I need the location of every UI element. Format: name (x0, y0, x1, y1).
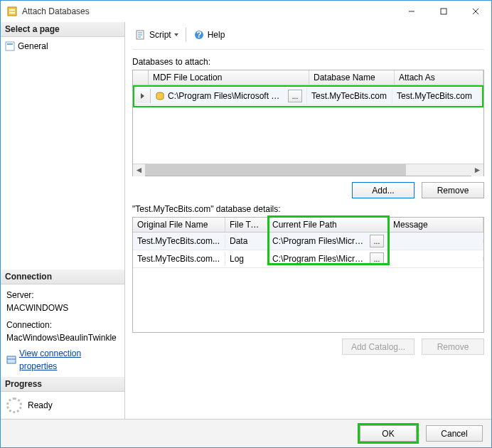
script-button[interactable]: Script (132, 28, 181, 42)
original-file-name-cell: Test.MyTecBits.com... (133, 252, 225, 266)
titlebar[interactable]: Attach Databases (1, 1, 491, 22)
select-page-header: Select a page (1, 22, 124, 37)
grid-corner (133, 70, 149, 85)
database-name-cell[interactable]: Test.MyTecBits.com (307, 89, 392, 103)
svg-rect-8 (7, 43, 13, 45)
original-file-name-cell: Test.MyTecBits.com... (133, 234, 225, 248)
databases-grid: MDF File Location Database Name Attach A… (132, 70, 484, 176)
attach-databases-window: Attach Databases Select a page General C… (0, 0, 492, 448)
col-file-type[interactable]: File Type (225, 218, 268, 232)
progress-status: Ready (28, 400, 53, 410)
ok-highlight: OK (358, 423, 419, 444)
mdf-path-cell: C:\Program Files\Microsoft SQL Ser... (168, 91, 285, 101)
svg-rect-4 (441, 9, 446, 14)
ok-label: OK (382, 429, 394, 439)
close-button[interactable] (459, 1, 491, 22)
details-row[interactable]: Test.MyTecBits.com... Data C:\Program Fi… (133, 233, 483, 250)
message-cell (389, 239, 483, 243)
col-attach-as[interactable]: Attach As (395, 70, 483, 85)
cancel-button[interactable]: Cancel (426, 425, 483, 442)
scroll-right-icon[interactable]: ► (471, 164, 483, 176)
server-label: Server: (6, 289, 119, 302)
grid-hscrollbar[interactable]: ◄ ► (133, 164, 483, 176)
row-indicator (135, 89, 151, 103)
browse-mdf-button[interactable]: ... (288, 90, 302, 102)
message-cell (389, 257, 483, 261)
progress-spinner-icon (6, 398, 22, 413)
svg-rect-2 (9, 12, 15, 14)
col-mdf-location[interactable]: MDF File Location (149, 70, 309, 85)
remove-detail-button: Remove (422, 338, 484, 355)
svg-text:?: ? (196, 30, 201, 40)
dialog-footer: OK Cancel (1, 419, 491, 447)
server-value: MACWINDOWS (6, 302, 119, 314)
databases-to-attach-label: Databases to attach: (132, 57, 484, 67)
view-connection-properties-text: View connection properties (19, 347, 119, 373)
database-row[interactable]: C:\Program Files\Microsoft SQL Ser... ..… (135, 87, 481, 105)
remove-button-label: Remove (437, 186, 469, 196)
current-file-path-cell: C:\Program Files\Microso... (272, 236, 367, 246)
progress-header: Progress (1, 377, 124, 392)
connection-header: Connection (1, 270, 124, 284)
database-icon (6, 6, 18, 17)
chevron-down-icon (174, 33, 178, 36)
add-catalog-button: Add Catalog... (342, 338, 415, 355)
file-type-cell: Log (225, 252, 268, 266)
col-message[interactable]: Message (389, 218, 483, 232)
properties-icon (6, 355, 16, 365)
col-database-name[interactable]: Database Name (309, 70, 395, 85)
database-details-label: "Test.MyTecBits.com" database details: (132, 204, 484, 214)
svg-rect-9 (7, 356, 16, 363)
ok-button[interactable]: OK (360, 425, 417, 442)
svg-rect-0 (8, 7, 16, 16)
browse-path-button[interactable]: ... (370, 252, 384, 265)
remove-button[interactable]: Remove (422, 182, 484, 198)
svg-rect-7 (6, 42, 14, 50)
details-row[interactable]: Test.MyTecBits.com... Log C:\Program Fil… (133, 250, 483, 268)
toolbar: Script ? Help (132, 28, 484, 50)
grid-row-highlight: C:\Program Files\Microsoft SQL Ser... ..… (133, 85, 483, 107)
connection-value: MacWindows\BeaulinTwinkle (6, 331, 119, 344)
page-general-label: General (18, 41, 48, 51)
toolbar-separator (186, 28, 186, 42)
help-label: Help (208, 30, 225, 40)
help-button[interactable]: ? Help (191, 28, 228, 42)
col-current-file-path[interactable]: Current File Path (268, 218, 389, 232)
maximize-button[interactable] (427, 1, 459, 22)
db-file-icon (155, 91, 165, 101)
svg-rect-1 (9, 9, 15, 11)
right-panel: Script ? Help Databases to attach: MDF F… (125, 22, 491, 419)
connection-body: Server: MACWINDOWS Connection: MacWindow… (1, 284, 124, 377)
left-panel: Select a page General Connection Server:… (1, 22, 125, 419)
col-original-file-name[interactable]: Original File Name (133, 218, 225, 232)
browse-path-button[interactable]: ... (370, 235, 384, 247)
arrow-right-icon (141, 93, 144, 99)
help-icon: ? (193, 29, 205, 41)
file-type-cell: Data (225, 234, 268, 248)
minimize-button[interactable] (395, 1, 427, 22)
attach-as-cell[interactable]: Test.MyTecBits.com (392, 89, 481, 103)
scroll-left-icon[interactable]: ◄ (133, 164, 145, 176)
window-buttons (395, 1, 491, 22)
page-general[interactable]: General (5, 40, 120, 53)
view-connection-properties-link[interactable]: View connection properties (6, 347, 119, 373)
add-catalog-label: Add Catalog... (351, 342, 405, 352)
cancel-label: Cancel (441, 429, 467, 439)
details-grid: Original File Name File Type Current Fil… (132, 217, 484, 333)
current-file-path-cell: C:\Program Files\Microso... (272, 254, 367, 264)
add-button[interactable]: Add... (352, 182, 415, 198)
connection-label: Connection: (6, 319, 119, 331)
scroll-thumb[interactable] (145, 164, 406, 176)
page-icon (5, 41, 15, 51)
add-button-label: Add... (372, 186, 394, 196)
window-title: Attach Databases (22, 6, 395, 16)
script-icon (135, 29, 146, 41)
remove-detail-label: Remove (437, 342, 469, 352)
script-label: Script (149, 30, 171, 40)
